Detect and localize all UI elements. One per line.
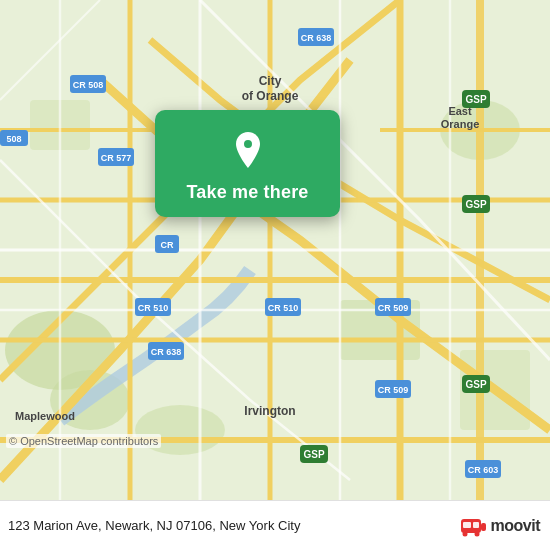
svg-rect-49 bbox=[481, 523, 486, 531]
svg-text:GSP: GSP bbox=[465, 199, 486, 210]
svg-point-48 bbox=[474, 531, 479, 536]
svg-text:CR 509: CR 509 bbox=[378, 385, 409, 395]
location-pin-icon bbox=[226, 128, 270, 172]
svg-text:CR 603: CR 603 bbox=[468, 465, 499, 475]
map-background: GSP GSP GSP GSP CR 638 CR 508 508 CR 577… bbox=[0, 0, 550, 500]
moovit-logo: moovit bbox=[459, 515, 540, 537]
svg-point-47 bbox=[462, 531, 467, 536]
moovit-icon bbox=[459, 515, 487, 537]
svg-text:CR 510: CR 510 bbox=[138, 303, 169, 313]
svg-text:East: East bbox=[448, 105, 472, 117]
svg-text:CR 577: CR 577 bbox=[101, 153, 132, 163]
svg-text:Irvington: Irvington bbox=[244, 404, 295, 418]
svg-text:CR 509: CR 509 bbox=[378, 303, 409, 313]
svg-text:CR 510: CR 510 bbox=[268, 303, 299, 313]
svg-text:Orange: Orange bbox=[441, 118, 480, 130]
svg-text:GSP: GSP bbox=[303, 449, 324, 460]
svg-text:of Orange: of Orange bbox=[242, 89, 299, 103]
svg-text:CR 638: CR 638 bbox=[151, 347, 182, 357]
svg-rect-46 bbox=[473, 522, 479, 528]
take-me-there-button[interactable]: Take me there bbox=[186, 182, 308, 203]
map-container: GSP GSP GSP GSP CR 638 CR 508 508 CR 577… bbox=[0, 0, 550, 500]
svg-rect-45 bbox=[463, 522, 471, 528]
popup[interactable]: Take me there bbox=[155, 110, 340, 217]
svg-text:508: 508 bbox=[6, 134, 21, 144]
address-label: 123 Marion Ave, Newark, NJ 07106, New Yo… bbox=[8, 518, 459, 533]
svg-text:CR: CR bbox=[161, 240, 174, 250]
svg-text:CR 638: CR 638 bbox=[301, 33, 332, 43]
svg-text:Maplewood: Maplewood bbox=[15, 410, 75, 422]
bottom-bar: 123 Marion Ave, Newark, NJ 07106, New Yo… bbox=[0, 500, 550, 550]
svg-text:GSP: GSP bbox=[465, 379, 486, 390]
svg-text:CR 508: CR 508 bbox=[73, 80, 104, 90]
svg-text:GSP: GSP bbox=[465, 94, 486, 105]
svg-text:City: City bbox=[259, 74, 282, 88]
moovit-text: moovit bbox=[491, 517, 540, 535]
osm-attribution: © OpenStreetMap contributors bbox=[6, 434, 161, 448]
